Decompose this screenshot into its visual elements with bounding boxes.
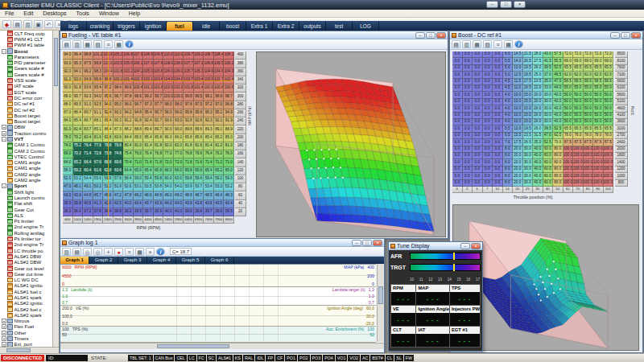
boost-cell[interactable]: 26.5 xyxy=(523,139,534,146)
ve-cell[interactable]: 92.3 xyxy=(83,93,93,101)
info-icon[interactable]: i xyxy=(514,40,523,48)
boost-cell[interactable]: 0.0 xyxy=(473,85,483,92)
boost-cell[interactable]: 78.0 xyxy=(564,133,574,139)
tree-item[interactable]: CAM2 angle xyxy=(1,177,52,183)
tree-item[interactable]: Gear Cut xyxy=(1,207,52,212)
ve-cell[interactable]: 74.0 xyxy=(63,142,73,150)
boost-cell[interactable]: 26.0 xyxy=(533,125,543,132)
boost-cell[interactable]: 18.5 xyxy=(523,72,534,78)
ve-cell[interactable]: 106.8 xyxy=(204,60,214,68)
ve-cell[interactable]: 79.2 xyxy=(73,134,84,142)
boost-cell[interactable]: 0.0 xyxy=(483,180,493,187)
ve-cell[interactable]: 47.0 xyxy=(63,183,73,191)
ve-cell[interactable]: 106.0 xyxy=(163,68,174,76)
paste-icon[interactable]: ▣ xyxy=(34,20,43,28)
boost-cell[interactable]: 5.0 xyxy=(503,72,514,78)
boost-cell[interactable]: 30.0 xyxy=(543,119,554,125)
ve-cell[interactable]: 94.1 xyxy=(73,68,84,76)
boost-cell[interactable]: 31.5 xyxy=(533,133,543,139)
ve-cell[interactable]: 98.7 xyxy=(224,93,234,101)
ve-cell[interactable]: 54.4 xyxy=(83,175,93,183)
ve-cell[interactable]: 97.8 xyxy=(123,93,134,101)
ve-cell[interactable]: 100.6 xyxy=(224,84,234,93)
boost-cell[interactable]: 50.0 xyxy=(593,119,604,125)
boost-cell[interactable]: 0.0 xyxy=(463,119,473,125)
ve-cell[interactable]: 108.1 xyxy=(224,51,234,60)
ve-cell[interactable]: 83.7 xyxy=(83,125,93,134)
boost-cell[interactable]: 5.0 xyxy=(503,65,514,72)
tree-item[interactable]: 2nd engine Tr xyxy=(1,224,52,230)
boost-cell[interactable]: 0.0 xyxy=(493,173,503,179)
boost-cell[interactable]: 47.0 xyxy=(543,133,554,139)
boost-cell[interactable]: 50.0 xyxy=(593,105,604,112)
boost-cell[interactable]: 0.0 xyxy=(473,159,483,166)
boost-cell[interactable]: 14.5 xyxy=(513,51,523,58)
tree-item[interactable]: DC error corr xyxy=(1,95,52,101)
boost-cell[interactable]: 0.0 xyxy=(473,167,483,173)
boost-cell[interactable]: 65.5 xyxy=(604,65,614,72)
boost-cell[interactable]: 72.0 xyxy=(584,51,594,58)
ve-cell[interactable]: 87.3 xyxy=(114,125,124,134)
boost-cell[interactable]: 69.0 xyxy=(604,58,614,64)
ve-cell[interactable]: 81.0 xyxy=(134,142,144,150)
ve-cell[interactable]: 100.0 xyxy=(163,93,174,101)
boost-cell[interactable]: 100.0 xyxy=(584,159,594,166)
boost-cell[interactable]: 0.0 xyxy=(452,105,463,112)
ve-cell[interactable]: 110.0 xyxy=(163,51,174,60)
boost-cell[interactable]: 65.5 xyxy=(584,65,594,72)
boost-cell[interactable]: 27.5 xyxy=(533,58,543,64)
ve-cell[interactable]: 95.8 xyxy=(184,109,194,117)
boost-cell[interactable]: 50.0 xyxy=(604,99,614,105)
boost-cell[interactable]: 4.0 xyxy=(503,113,514,119)
boost-cell[interactable]: 58.5 xyxy=(584,79,594,85)
boost-cell[interactable]: 4.5 xyxy=(503,85,514,92)
ve-cell[interactable]: 43.4 xyxy=(134,200,144,208)
ve-cell[interactable]: 43.5 xyxy=(214,200,225,208)
boost-cell[interactable]: 21.5 xyxy=(523,51,534,58)
ve-cell[interactable]: 49.0 xyxy=(163,191,174,200)
ve-cell[interactable]: 57.6 xyxy=(114,175,124,183)
boost-cell[interactable]: 30.0 xyxy=(523,173,534,179)
boost-cell[interactable]: 30.0 xyxy=(543,105,554,112)
boost-cell[interactable]: 50.0 xyxy=(604,92,614,98)
menu-item[interactable]: File xyxy=(0,10,19,16)
boost-cell[interactable]: 0.0 xyxy=(483,113,493,119)
boost-cell[interactable]: 5.5 xyxy=(503,58,514,64)
ve-cell[interactable]: 60.0 xyxy=(163,175,174,183)
boost-cell[interactable]: 100.0 xyxy=(584,146,594,153)
ve-cell[interactable]: 72.0 xyxy=(163,158,174,167)
boost-cell[interactable]: 78.0 xyxy=(573,133,584,139)
tree-expander-icon[interactable]: − xyxy=(2,137,6,142)
tree-expander-icon[interactable]: − xyxy=(2,49,6,54)
tree-item[interactable]: +DBW xyxy=(1,125,52,130)
ve-cell[interactable]: 41.3 xyxy=(93,200,104,208)
ve-cell[interactable]: 85.4 xyxy=(143,134,154,142)
ve-cell[interactable]: 85.4 xyxy=(73,117,84,125)
boost-cell[interactable]: 50.0 xyxy=(573,119,584,125)
map-icon[interactable]: ▦ xyxy=(114,40,123,48)
boost-cell[interactable]: 0.0 xyxy=(473,119,483,125)
boost-cell[interactable]: 78.0 xyxy=(593,133,604,139)
boost-cell[interactable]: 11.5 xyxy=(513,79,523,85)
boost-cell[interactable]: 30.0 xyxy=(523,159,534,166)
ve-cell[interactable]: 43.9 xyxy=(154,200,164,208)
boost-cell[interactable]: 0.0 xyxy=(473,113,483,119)
tree-item[interactable]: VSS scale xyxy=(1,77,52,83)
tab-cranking[interactable]: cranking xyxy=(87,22,114,31)
ve-cell[interactable]: 59.8 xyxy=(184,175,194,183)
ve-cell[interactable]: 52.6 xyxy=(123,183,134,191)
boost-cell[interactable]: 62.0 xyxy=(584,72,594,78)
ve-cell[interactable]: 81.4 xyxy=(204,142,214,150)
tab-ignition[interactable]: ignition xyxy=(140,22,167,31)
boost-cell[interactable]: 50.0 xyxy=(604,119,614,125)
ve-cell[interactable]: 107.7 xyxy=(184,60,194,68)
close-icon[interactable]: × xyxy=(631,32,641,39)
boost-cell[interactable]: 0.0 xyxy=(483,167,493,173)
ve-cell[interactable]: 85.6 xyxy=(194,134,204,142)
ve-cell[interactable]: 76.4 xyxy=(83,142,93,150)
tree-item[interactable]: Boost target xyxy=(1,113,52,118)
ve-cell[interactable]: 100.0 xyxy=(174,93,184,101)
boost-cell[interactable]: 15.0 xyxy=(523,113,534,119)
tree-item[interactable]: PWM #1 CLT xyxy=(1,36,52,42)
boost-cell[interactable]: 100.0 xyxy=(604,153,614,159)
